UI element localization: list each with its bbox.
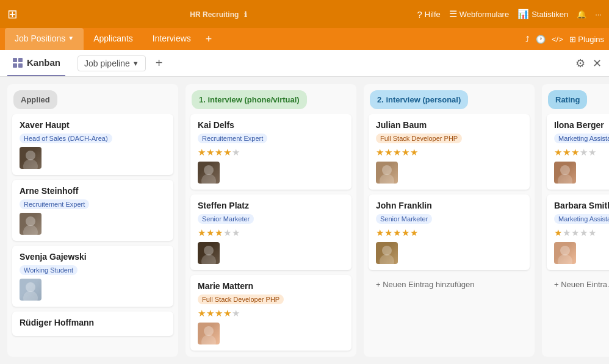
card-name: Julian Baum (376, 120, 522, 130)
svg-point-23 (558, 254, 572, 264)
svg-point-14 (204, 326, 214, 336)
kanban-card[interactable]: Svenja GajewskiWorking Student (12, 246, 173, 307)
share-icon[interactable]: ⤴ (525, 35, 530, 44)
kanban-card[interactable]: John FranklinSenior Marketer★★★★★ (369, 194, 530, 270)
tab-applicants[interactable]: Applicants (84, 28, 143, 50)
card-stars: ★★★★★ (376, 147, 522, 158)
topbar-actions: ? Hilfe ☰ Webformulare 📊 Statistiken 🔔 ·… (417, 9, 602, 20)
column-applied: AppliedXaver HauptHead of Sales (DACH-Ar… (7, 84, 178, 357)
star-empty-icon: ★ (232, 227, 240, 238)
avatar (198, 242, 220, 264)
kanban-card[interactable]: Barbara SmithMarketing Assista...★★★★★ (547, 194, 609, 270)
star-filled-icon: ★ (563, 147, 571, 157)
avatar (554, 242, 576, 264)
kanban-card[interactable]: Arne SteinhoffRecruitement Expert (12, 180, 173, 241)
card-name: Rüdiger Hoffmann (20, 318, 166, 327)
svg-point-4 (26, 151, 35, 160)
tab-interviews[interactable]: Interviews (143, 28, 201, 50)
secondnav: Job Positions ▼ Applicants Interviews + … (0, 28, 609, 50)
star-filled-icon: ★ (571, 147, 580, 157)
star-empty-icon: ★ (580, 227, 588, 238)
card-name: Svenja Gajewski (20, 252, 166, 262)
column-header-applied: Applied (13, 90, 57, 109)
star-empty-icon: ★ (563, 227, 571, 238)
kanban-card[interactable]: Ilona BergerMarketing Assista...★★★★★ (547, 114, 609, 190)
avatar (554, 162, 576, 184)
star-filled-icon: ★ (215, 227, 223, 238)
star-filled-icon: ★ (206, 227, 215, 238)
add-entry-button[interactable]: + Neuen Eintra... (547, 275, 609, 294)
stats-action[interactable]: 📊 Statistiken (517, 9, 568, 20)
webforms-icon: ☰ (449, 9, 457, 20)
more-action[interactable]: ··· (595, 10, 602, 19)
card-tag: Head of Sales (DACH-Area) (20, 134, 112, 143)
star-empty-icon: ★ (571, 227, 580, 238)
card-tag: Full Stack Developer PHP (376, 134, 462, 143)
kanban-card[interactable]: Steffen PlatzSenior Marketer★★★★★ (190, 194, 351, 270)
viewbar-right: ⚙ ✕ (575, 57, 602, 70)
column-header-interview2: 2. interview (personal) (370, 90, 468, 109)
column-rating: RatingIlona BergerMarketing Assista...★★… (542, 84, 609, 357)
svg-rect-2 (13, 63, 17, 68)
svg-rect-1 (18, 58, 23, 62)
star-filled-icon: ★ (393, 227, 402, 238)
kanban-card[interactable]: Kai DelfsRecruitement Expert★★★★★ (190, 114, 351, 190)
pipeline-dropdown-icon: ▼ (132, 60, 139, 67)
svg-point-12 (204, 246, 214, 255)
kanban-card[interactable]: Xaver HauptHead of Sales (DACH-Area) (12, 114, 173, 175)
add-entry-button[interactable]: + Neuen Eintrag hinzufügen (369, 275, 530, 294)
webforms-action[interactable]: ☰ Webformulare (449, 9, 509, 20)
settings-button[interactable]: ⚙ (575, 57, 585, 70)
kanban-view-button[interactable]: Kanban (7, 50, 65, 76)
svg-point-7 (23, 225, 38, 235)
card-stars: ★★★★★ (198, 147, 344, 158)
add-view-button[interactable]: + (151, 56, 168, 70)
embed-icon[interactable]: </> (552, 35, 563, 44)
star-empty-icon: ★ (232, 147, 240, 157)
star-filled-icon: ★ (206, 308, 215, 318)
card-tag: Recruitement Expert (20, 199, 89, 209)
star-filled-icon: ★ (215, 147, 223, 157)
avatar (20, 213, 41, 235)
star-filled-icon: ★ (402, 147, 410, 157)
svg-point-9 (23, 291, 38, 301)
close-button[interactable]: ✕ (593, 57, 602, 70)
card-tag: Working Student (20, 265, 77, 275)
column-scroll-interview2: Julian BaumFull Stack Developer PHP★★★★★… (364, 114, 535, 357)
star-filled-icon: ★ (393, 147, 402, 157)
column-scroll-interview1: Kai DelfsRecruitement Expert★★★★★ Steffe… (186, 114, 356, 357)
column-scroll-applied: Xaver HauptHead of Sales (DACH-Area) Arn… (7, 114, 178, 357)
svg-point-17 (380, 174, 394, 184)
star-filled-icon: ★ (410, 147, 419, 157)
app-title: HR Recruiting ℹ (25, 8, 409, 20)
card-name: Arne Steinhoff (20, 186, 166, 196)
tab-job-positions[interactable]: Job Positions ▼ (5, 28, 84, 50)
svg-point-20 (560, 165, 570, 175)
column-header-interview1: 1. interview (phone/virtual) (192, 90, 307, 109)
kanban-card[interactable]: Marie MatternFull Stack Developer PHP★★★… (190, 275, 351, 351)
plugins-label[interactable]: ⊞ Plugins (569, 35, 604, 44)
card-name: Steffen Platz (198, 201, 344, 210)
star-filled-icon: ★ (223, 308, 232, 318)
card-name: Marie Mattern (198, 281, 344, 291)
card-stars: ★★★★★ (376, 227, 522, 238)
kanban-card[interactable]: Julian BaumFull Stack Developer PHP★★★★★ (369, 114, 530, 190)
pipeline-selector[interactable]: Job pipeline ▼ (77, 55, 146, 71)
svg-point-5 (23, 159, 38, 169)
svg-point-16 (382, 165, 392, 175)
card-tag: Marketing Assista... (554, 214, 609, 224)
bell-action[interactable]: 🔔 (577, 10, 586, 19)
topbar: ⊞ HR Recruiting ℹ ? Hilfe ☰ Webformulare… (0, 0, 609, 28)
star-filled-icon: ★ (410, 227, 419, 238)
add-tab-button[interactable]: + (201, 28, 217, 50)
avatar (198, 162, 220, 184)
grid-icon[interactable]: ⊞ (7, 7, 18, 21)
help-action[interactable]: ? Hilfe (417, 9, 440, 20)
avatar (376, 242, 398, 264)
card-stars: ★★★★★ (554, 147, 609, 158)
history-icon[interactable]: 🕐 (536, 35, 546, 44)
column-scroll-rating: Ilona BergerMarketing Assista...★★★★★ Ba… (542, 114, 609, 357)
card-tag: Senior Marketer (376, 214, 432, 224)
kanban-card[interactable]: Rüdiger Hoffmann (12, 312, 173, 336)
svg-rect-3 (18, 63, 23, 68)
